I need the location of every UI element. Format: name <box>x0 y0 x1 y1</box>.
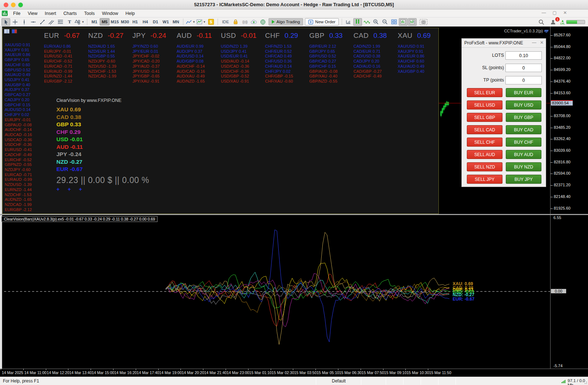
zoom-in-icon[interactable] <box>372 18 380 26</box>
watchlist-item-euraud[interactable]: EURAUD -0.99 <box>5 177 43 182</box>
chart-type-icon[interactable]: ▼ <box>186 18 196 26</box>
horizontal-line-tool-icon[interactable] <box>29 18 37 26</box>
watchlist-item-audnzd[interactable]: AUDNZD -1.65 <box>5 197 43 202</box>
pause-autoscroll-icon[interactable] <box>353 18 362 26</box>
trade-panel-minimize-icon[interactable]: — <box>532 40 536 45</box>
trade-field-input[interactable]: 0 <box>505 76 542 84</box>
broadcast-icon[interactable]: ((o)) <box>241 18 249 26</box>
lock-icon[interactable] <box>231 18 240 26</box>
sell-aud-button[interactable]: SELL AUD <box>467 150 502 159</box>
timeframe-d1[interactable]: D1 <box>151 18 160 25</box>
buy-eur-button[interactable]: BUY EUR <box>506 88 541 97</box>
sell-chf-button[interactable]: SELL CHF <box>467 138 502 147</box>
buy-aud-button[interactable]: BUY AUD <box>506 150 541 159</box>
sell-jpy-button[interactable]: SELL JPY <box>467 175 502 184</box>
watchlist-item-gbpnzd[interactable]: GBPNZD -0.55 <box>5 162 43 167</box>
chart-type-dropdown-icon[interactable]: ▼ <box>192 20 195 24</box>
watchlist-item-cadchf[interactable]: CADCHF -0.49 <box>5 152 43 158</box>
menu-help[interactable]: Help <box>122 10 139 17</box>
trade-field-input[interactable]: 0 <box>505 64 542 72</box>
timeframe-m5[interactable]: M5 <box>100 18 110 25</box>
price-axis[interactable]: 83900.54 85267.6085044.8084822.0084599.2… <box>551 27 588 369</box>
buy-jpy-button[interactable]: BUY JPY <box>506 175 541 184</box>
screenshot-camera-icon[interactable] <box>419 18 428 26</box>
timeframe-m30[interactable]: M30 <box>120 18 130 25</box>
resize-grip[interactable] <box>584 381 587 384</box>
dock-strip[interactable] <box>0 27 2 377</box>
status-profile[interactable]: Default <box>332 378 346 384</box>
chart-window-1-icon[interactable] <box>399 18 408 26</box>
watchlist-item-audcad[interactable]: AUDCAD -0.16 <box>5 132 43 138</box>
window-minimize-icon[interactable]: — <box>542 10 546 15</box>
zoom-out-icon[interactable] <box>381 18 389 26</box>
channel-tool-icon[interactable] <box>47 18 56 26</box>
watchlist-item-audchf[interactable]: AUDCHF -0.14 <box>5 127 43 132</box>
menu-insert[interactable]: Insert <box>41 10 60 17</box>
menu-window[interactable]: Window <box>98 10 122 17</box>
watchlist-item-eurcad[interactable]: EURCAD -0.71 <box>5 172 43 178</box>
cloud-upload-icon[interactable] <box>250 18 258 26</box>
algo-trading-button[interactable]: Algo Trading <box>269 18 303 25</box>
sell-eur-button[interactable]: SELL EUR <box>467 88 502 97</box>
watchlist-item-eurusd[interactable]: EURUSD -0.41 <box>5 147 43 152</box>
watchlist-item-usdcad[interactable]: USDCAD -0.36 <box>5 138 43 143</box>
new-order-button[interactable]: New Order <box>305 18 339 25</box>
shapes-dropdown-icon[interactable]: ▼ <box>82 20 84 24</box>
dollar-icon[interactable]: $ <box>207 18 215 26</box>
menu-charts[interactable]: Charts <box>60 10 80 17</box>
timeframe-m1[interactable]: M1 <box>90 18 99 25</box>
window-restore-icon[interactable]: ▢ <box>553 10 557 15</box>
sell-usd-button[interactable]: SELL USD <box>467 100 502 110</box>
text-tool-icon[interactable]: T <box>65 18 74 26</box>
watchlist-item-eurnzd[interactable]: EURNZD -1.44 <box>5 187 43 192</box>
buy-chf-button[interactable]: BUY CHF <box>506 138 541 147</box>
chart-window-2-icon[interactable] <box>408 18 417 26</box>
sell-gbp-button[interactable]: SELL GBP <box>467 113 502 122</box>
buy-usd-button[interactable]: BUY USD <box>506 100 541 110</box>
buy-nzd-button[interactable]: BUY NZD <box>506 162 541 171</box>
watchlist-item-eurchf[interactable]: EURCHF -0.52 <box>5 158 43 163</box>
menu-file[interactable]: File <box>9 10 24 17</box>
tick-scale-icon[interactable] <box>344 18 353 26</box>
indicators-icon[interactable]: ▼ <box>196 18 206 26</box>
timeframe-h4[interactable]: H4 <box>140 18 150 25</box>
crosshair-tool-icon[interactable] <box>11 18 19 26</box>
timeframe-w1[interactable]: W1 <box>161 18 171 25</box>
fibonacci-tool-icon[interactable] <box>56 18 65 26</box>
sell-nzd-button[interactable]: SELL NZD <box>467 162 502 171</box>
timeframe-m15[interactable]: M15 <box>110 18 120 25</box>
community-globe-icon[interactable] <box>259 18 267 26</box>
connection-level-indicator[interactable]: ▲LVL <box>560 20 585 25</box>
timeframe-h1[interactable]: H1 <box>130 18 140 25</box>
buy-cad-button[interactable]: BUY CAD <box>506 125 541 134</box>
subwindow-splitter[interactable] <box>0 214 588 215</box>
buy-gbp-button[interactable]: BUY GBP <box>506 113 541 122</box>
time-tick <box>226 369 226 370</box>
watchlist-item-eurgbp[interactable]: EURGBP -2.12 <box>5 207 43 213</box>
trade-panel-close-icon[interactable]: ✕ <box>540 40 544 45</box>
indicator-label[interactable]: ClearVision(Bars)XAUv2.8.3(p).ex5 -0.01 … <box>1 216 158 222</box>
watchlist-item-nzdchf[interactable]: NZDCHF -1.53 <box>5 192 43 198</box>
cursor-tool-icon[interactable] <box>1 18 10 26</box>
time-axis[interactable]: 14 Mar 202514 Mar 11:0014 Mar 12:2014 Ma… <box>0 369 588 377</box>
sell-cad-button[interactable]: SELL CAD <box>467 125 502 134</box>
tile-windows-icon[interactable] <box>390 18 398 26</box>
ide-button[interactable]: IDE <box>220 18 231 26</box>
watchlist-item-nzdjpy[interactable]: NZDJPY -0.60 <box>5 167 43 172</box>
watchlist-item-usdchf[interactable]: USDCHF -0.36 <box>5 142 43 147</box>
shapes-tool-icon[interactable]: ▼ <box>74 18 85 26</box>
menu-tools[interactable]: Tools <box>80 10 98 17</box>
account-profile-icon[interactable]: 1 <box>549 18 557 26</box>
watchlist-item-nzdcad[interactable]: NZDCAD -1.99 <box>5 202 43 207</box>
vertical-line-tool-icon[interactable] <box>20 18 28 26</box>
window-close-icon[interactable]: ✕ <box>563 10 567 15</box>
timeframe-mn[interactable]: MN <box>171 18 181 25</box>
indicators-dropdown-icon[interactable]: ▼ <box>203 20 206 24</box>
trendline-tool-icon[interactable] <box>38 18 47 26</box>
wave-icon[interactable] <box>362 18 371 26</box>
watchlist-item-nzdusd[interactable]: NZDUSD -1.39 <box>5 182 43 187</box>
menu-view[interactable]: View <box>24 10 41 17</box>
search-icon[interactable] <box>537 18 546 26</box>
trade-field-input[interactable]: 0.10 <box>505 51 542 60</box>
clearvision-plus-buttons[interactable]: + + + <box>56 186 149 192</box>
